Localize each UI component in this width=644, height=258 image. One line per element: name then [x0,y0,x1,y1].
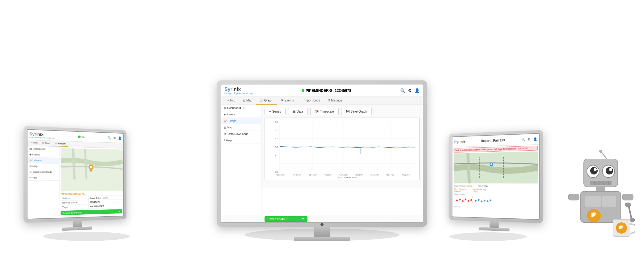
right-logo: Syrinix [454,140,466,144]
series-button[interactable]: ≡ Series [265,108,286,115]
left-content: PIPEMINDER: 12345... Status Device Onlin… [59,147,123,215]
center-toolbar: ≡ Series ▦ Data 📅 Timescale [265,108,420,115]
center-sidebar-graph[interactable]: 📈 Graph [221,118,261,124]
center-logo: Syrinix Intelligent Pipeline Monitoring [224,87,252,94]
data-button[interactable]: ▦ Data [288,108,308,115]
left-device-dropdown[interactable]: Device 12345678 ▼ [61,209,122,215]
center-top-icons: 🔍 ⚙ 👤 [400,88,420,93]
svg-point-65 [487,200,489,202]
right-stand-base [479,227,510,231]
dot-chart-svg [454,196,492,206]
center-tab-map[interactable]: ◎ Map [239,97,256,105]
svg-point-90 [625,203,631,207]
settings-icon[interactable]: ⚙ [408,88,412,93]
center-sidebar-map[interactable]: ◎ Map [221,124,261,131]
sidebar-item-dashboard[interactable]: ▤ Dashboard [28,146,59,153]
settings-icon[interactable]: ⚙ [113,136,116,140]
left-tab-map[interactable]: ◎ Map [40,140,52,146]
svg-point-74 [594,168,597,171]
left-top-icons: 🔍 ⚙ 👤 [108,136,121,140]
logo-ri: ri [35,132,37,137]
svg-rect-88 [622,194,633,200]
left-tab-info[interactable]: ≡ Info [29,140,40,146]
save-graph-button[interactable]: 💾 Save Graph [341,108,372,115]
svg-text:5.0: 5.0 [275,129,278,131]
svg-rect-81 [596,187,605,191]
right-title: Report - Pair 123 [481,139,505,143]
left-device-status: P... [78,135,85,139]
center-device-status: PIPEMINDER-S: 12345678 [302,88,351,93]
svg-line-89 [629,205,632,219]
sidebar-item-assets[interactable]: ◈ Assets [28,152,59,158]
svg-text:05:24:22: 05:24:22 [387,175,394,177]
svg-point-61 [475,200,477,202]
right-topbar: Syrinix Report - Pair 123 🔍 ⚙ 👤 [452,134,539,147]
center-sidebar-downloads[interactable]: ⊙ Data Downloads [221,131,261,137]
pipe-reliability: Pipe Reliability 11.62 [472,188,486,193]
sidebar-item-downloads[interactable]: ⊙ Data Downloads [28,169,59,175]
svg-point-63 [481,200,482,202]
center-tab-import[interactable]: ↓ Import Logs [298,97,324,105]
svg-point-91 [630,218,635,222]
center-status-dot [302,89,304,92]
search-icon[interactable]: 🔍 [108,136,111,140]
detail-row-1: Leak Position: 460m Site 995 ▶ [454,185,537,188]
center-tab-manage[interactable]: ⚙ Manage [324,97,346,105]
left-info-table: Status Device Online – Last C... Device … [61,195,122,209]
table-row: Type PIPEMINDER [61,204,122,209]
settings-icon[interactable]: ⚙ [528,138,531,141]
svg-point-73 [606,167,613,174]
left-map [61,148,123,191]
search-icon[interactable]: 🔍 [400,88,405,93]
monitor-right: Syrinix Report - Pair 123 🔍 ⚙ 👤 [449,130,543,233]
timescale-button[interactable]: 📅 Timescale [310,108,338,115]
type-label: Type [61,204,88,209]
center-main: ▤ Dashboard ⊕ ◈ Assets 📈 Graph ◎ Map ⊙ D… [221,105,423,215]
center-sidebar-assets[interactable]: ◈ Assets [221,111,261,118]
svg-text:3.5: 3.5 [275,154,278,156]
user-icon[interactable]: 👤 [533,137,537,141]
type-value: PIPEMINDER [88,204,122,209]
center-tab-graph[interactable]: 📈 Graph [256,97,277,105]
center-stand-neck [314,227,330,237]
left-tab-graph[interactable]: 📈 Graph [52,141,68,147]
center-sidebar: ▤ Dashboard ⊕ ◈ Assets 📈 Graph ◎ Map ⊙ D… [221,105,261,215]
center-device-dropdown[interactable]: Device 12345678 ▼ [265,216,307,222]
svg-rect-87 [568,194,579,200]
svg-rect-84 [602,196,616,207]
push-icon: ⊕ [243,106,245,110]
monitor-center-frame: Syrinix Intelligent Pipeline Monitoring … [217,80,427,227]
center-camera [320,223,324,226]
svg-rect-83 [585,196,601,207]
search-icon[interactable]: 🔍 [521,138,525,141]
svg-point-75 [609,168,612,171]
center-bottom: Device 12345678 ▼ [221,215,423,223]
svg-text:14:21:52: 14:21:52 [325,175,332,177]
sidebar-item-help[interactable]: ? Help [28,175,59,181]
right-stand-neck [489,221,498,228]
left-main: ▤ Dashboard ◈ Assets 📈 Graph ◎ Map ⊙ Dat… [28,146,123,216]
center-tab-info[interactable]: ≡ Info [224,97,239,105]
center-sidebar-dashboard[interactable]: ▤ Dashboard ⊕ [221,105,261,111]
monitor-left-screen: Syrinix Intelligent Pipeline Monitoring … [27,129,124,219]
svg-point-55 [456,200,458,201]
user-icon[interactable]: 👤 [118,136,121,140]
svg-point-57 [462,200,464,202]
center-sidebar-help[interactable]: ? Help [221,137,261,144]
site-info: Site 995 ▶ [478,185,488,187]
list-icon: ≡ [269,110,271,113]
monitor-center: Syrinix Intelligent Pipeline Monitoring … [217,80,427,241]
svg-point-60 [470,199,472,201]
svg-point-58 [465,199,467,200]
center-stand-base [294,237,350,241]
sidebar-item-graph[interactable]: 📈 Graph [28,157,59,164]
right-report-map [454,152,538,184]
sidebar-item-map[interactable]: ◎ Map [28,163,59,170]
user-icon[interactable]: 👤 [414,88,420,93]
center-tab-events[interactable]: ⚑ Events [277,97,298,105]
center-content: ≡ Series ▦ Data 📅 Timescale [261,105,423,188]
svg-text:3.0: 3.0 [275,163,278,165]
right-top-icons: 🔍 ⚙ 👤 [521,137,537,141]
scene: Syrinix Intelligent Pipeline Monitoring … [0,0,644,258]
center-nav-tabs: ≡ Info ◎ Map 📈 Graph ⚑ Events ↓ Import L… [221,97,423,105]
